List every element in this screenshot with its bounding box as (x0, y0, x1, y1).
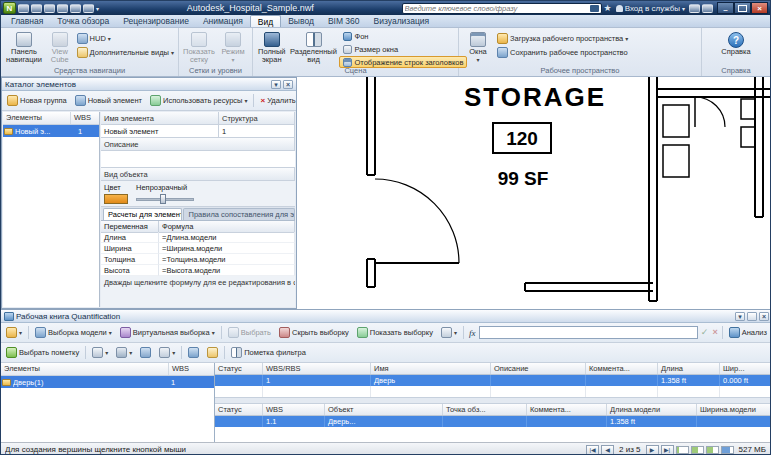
display-options-button[interactable] (438, 325, 460, 340)
tab-bim360[interactable]: BIM 360 (321, 15, 367, 27)
new-item-button[interactable]: Новый элемент (72, 93, 145, 108)
slider-thumb[interactable] (160, 194, 166, 204)
signin-button[interactable]: Вход в службы (614, 4, 687, 13)
grid-mode-button[interactable]: Режим (217, 30, 249, 67)
column-status[interactable]: Статус (215, 404, 263, 415)
formula-row[interactable]: Ширина =Ширина.модели (101, 243, 295, 254)
column-wbs[interactable]: WBS (71, 112, 99, 124)
show-takeoff-button[interactable]: Показать выборку (354, 325, 436, 340)
communication-center-icon[interactable] (689, 4, 700, 13)
tab-render[interactable]: Визуализация (367, 15, 437, 27)
formula-row[interactable]: Толщина =Толщина.модели (101, 254, 295, 265)
search-input[interactable] (405, 4, 590, 13)
workbook-pin-icon[interactable] (747, 312, 757, 321)
help-button[interactable]: Справка (714, 30, 758, 58)
objects-table-row[interactable]: 1.1 Дверь... 1.358 ft (215, 416, 771, 427)
load-workspace-button[interactable]: Загрузка рабочего пространства (495, 32, 630, 45)
column-name[interactable]: Имя (371, 363, 491, 374)
hud-button[interactable]: HUD (75, 32, 176, 45)
tab-output[interactable]: Вывод (281, 15, 321, 27)
measure-area-button[interactable] (156, 345, 178, 360)
scene-viewport[interactable]: STORAGE 120 99 SF (297, 77, 771, 309)
redo-icon[interactable] (70, 4, 81, 13)
full-screen-button[interactable]: Полный экран (255, 30, 289, 67)
catalog-panel-header[interactable]: Каталог элементов (2, 78, 296, 91)
column-width[interactable]: Шир... (720, 363, 771, 374)
background-button[interactable]: Фон (339, 30, 468, 42)
column-status[interactable]: Статус (215, 363, 263, 374)
panel-options-icon[interactable] (271, 80, 281, 89)
print-icon[interactable] (44, 4, 55, 13)
zoom-button[interactable] (204, 345, 221, 360)
next-sheet-button[interactable] (646, 445, 659, 455)
column-elements[interactable]: Элементы (1, 363, 169, 375)
window-size-button[interactable]: Размер окна (339, 43, 468, 55)
structure-field[interactable]: 1 (219, 125, 295, 138)
column-wbs[interactable]: WBS (263, 404, 325, 415)
workbook-options-icon[interactable] (735, 312, 745, 321)
column-wbs[interactable]: WBS (169, 363, 214, 375)
update-button[interactable] (3, 325, 25, 340)
use-resources-button[interactable]: Использовать ресурсы (147, 93, 250, 108)
tab-mapping-rules[interactable]: Правила сопоставления для эл... (183, 208, 295, 220)
save-workspace-button[interactable]: Сохранить рабочее пространство (495, 46, 630, 59)
select-button[interactable]: Выбрать (225, 325, 274, 340)
tab-home[interactable]: Главная (4, 15, 50, 27)
maximize-button[interactable] (734, 2, 751, 14)
workbook-tree-row[interactable]: Дверь(1) 1 (1, 376, 214, 388)
new-group-button[interactable]: Новая группа (4, 93, 70, 108)
workbook-header[interactable]: Рабочая книга Quantification (1, 310, 771, 323)
tab-item-calculations[interactable]: Расчеты для элемента (103, 208, 182, 220)
undo-icon[interactable] (57, 4, 68, 13)
favorites-star-icon[interactable] (604, 4, 612, 13)
virtual-takeoff-button[interactable]: Виртуальная выборка (117, 325, 218, 340)
item-name-field[interactable]: Новый элемент (101, 125, 219, 138)
qat-dropdown-icon[interactable] (96, 4, 99, 13)
navigation-bar-button[interactable]: Панель навигации (3, 30, 45, 67)
last-sheet-button[interactable] (661, 445, 674, 455)
close-button[interactable] (751, 2, 768, 14)
tab-view[interactable]: Вид (250, 15, 281, 27)
tab-animation[interactable]: Анимация (196, 15, 250, 27)
formula-row[interactable]: Высота =Высота.модели (101, 265, 295, 276)
cancel-formula-icon[interactable] (711, 328, 718, 337)
column-comments[interactable]: Коммента... (586, 363, 658, 374)
markup-filter-button[interactable]: Пометка фильтра (228, 345, 309, 360)
tab-review[interactable]: Рецензирование (116, 15, 196, 27)
column-description[interactable]: Описание (491, 363, 586, 374)
opacity-slider[interactable] (136, 194, 194, 204)
formula-input[interactable] (479, 326, 697, 339)
accept-formula-icon[interactable] (700, 328, 710, 337)
select-markup-button[interactable]: Выбрать пометку (3, 345, 82, 360)
column-comments[interactable]: Коммента... (527, 404, 607, 415)
table-scrollbar[interactable] (215, 397, 771, 404)
show-grid-button[interactable]: Показать сетку (181, 30, 217, 67)
items-table-row[interactable]: 1 Дверь 1.358 ft 0.000 ft (215, 375, 771, 386)
select-rect-button[interactable] (89, 345, 111, 360)
column-model-width[interactable]: Ширина.модели (697, 404, 771, 415)
workbook-close-icon[interactable] (759, 312, 769, 321)
view-cube-button[interactable]: View Cube (45, 30, 75, 67)
select-polygon-button[interactable] (113, 345, 135, 360)
column-viewpoint[interactable]: Точка обз... (443, 404, 527, 415)
search-icon[interactable] (590, 5, 599, 12)
application-menu-button[interactable]: N (3, 2, 16, 14)
first-sheet-button[interactable] (586, 445, 599, 455)
formula-row[interactable]: Длина =Длина.модели (101, 232, 295, 243)
description-field[interactable] (101, 151, 295, 168)
column-object[interactable]: Объект (325, 404, 443, 415)
help-menu-icon[interactable] (702, 4, 713, 13)
column-length[interactable]: Длина (658, 363, 720, 374)
search-box[interactable] (402, 3, 602, 14)
save-icon[interactable] (31, 4, 42, 13)
color-swatch[interactable] (104, 194, 128, 204)
windows-button[interactable]: Окна (461, 30, 495, 67)
measure-line-button[interactable] (137, 345, 154, 360)
refresh-icon[interactable] (83, 4, 94, 13)
model-takeoff-button[interactable]: Выборка модели (32, 325, 115, 340)
extra-views-button[interactable]: Дополнительные виды (75, 46, 176, 59)
hide-takeoff-button[interactable]: Скрыть выборку (276, 325, 352, 340)
panel-close-icon[interactable] (283, 80, 293, 89)
column-wbsrbs[interactable]: WBS/RBS (263, 363, 371, 374)
open-icon[interactable] (18, 4, 29, 13)
